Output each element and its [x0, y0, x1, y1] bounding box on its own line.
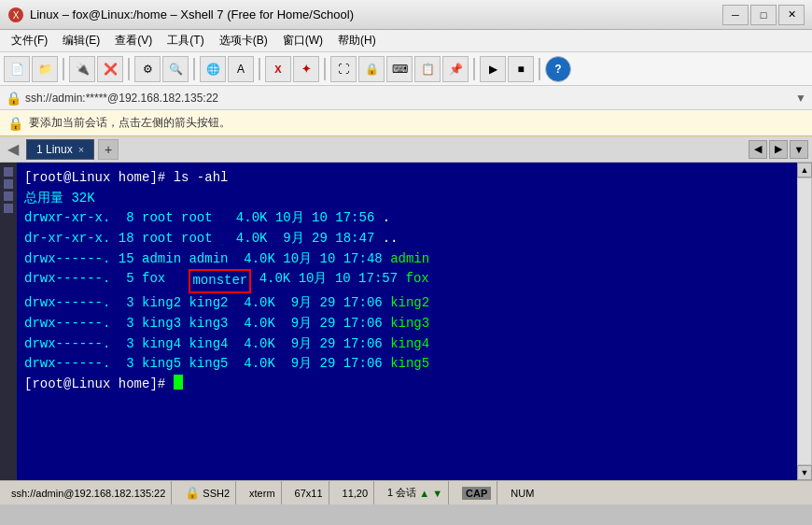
tb-script[interactable]: ✦	[293, 56, 319, 82]
group-monster: monster	[189, 269, 251, 293]
tb-open[interactable]: 📁	[32, 56, 58, 82]
tb-globe[interactable]: 🌐	[200, 56, 226, 82]
cursor	[174, 375, 183, 390]
scroll-up-arrow[interactable]: ▲	[797, 163, 812, 177]
tab-prev-arrow[interactable]: ◀	[749, 140, 767, 159]
sidebar-marker-4	[4, 204, 13, 213]
info-text: 要添加当前会话，点击左侧的箭头按钮。	[29, 115, 231, 131]
perm-7: drwx------.	[24, 293, 110, 314]
toolbar: 📄 📁 🔌 ❌ ⚙ 🔍 🌐 A X ✦ ⛶ 🔒 ⌨ 📋 📌 ▶ ■ ?	[0, 52, 812, 86]
minimize-button[interactable]: ─	[722, 5, 749, 25]
close-button[interactable]: ✕	[778, 5, 805, 25]
tb-keyboard[interactable]: ⌨	[386, 56, 413, 82]
left-sidebar	[0, 163, 17, 480]
perm-4: dr-xr-xr-x.	[24, 229, 110, 249]
tb-new[interactable]: 📄	[4, 56, 30, 82]
perm-9: drwx------.	[24, 334, 110, 355]
perm-10: drwx------.	[24, 354, 110, 375]
tab-linux[interactable]: 1 Linux ×	[26, 139, 94, 160]
tb-stop[interactable]: ■	[508, 56, 534, 82]
status-protocol-text: SSH2	[203, 488, 230, 499]
terminal-line-6: drwx------. 5 fox monster 4.0K 10月 10 17…	[24, 269, 790, 293]
scroll-down-arrow[interactable]: ▼	[797, 465, 812, 480]
tb-record[interactable]: ▶	[480, 56, 506, 82]
terminal-line-3: drwxr-xr-x. 8 root root 4.0K 10月 10 17:5…	[24, 208, 790, 229]
cap-text: CAP	[462, 487, 491, 500]
tb-lock[interactable]: 🔒	[358, 56, 385, 82]
address-text[interactable]: ssh://admin:*****@192.168.182.135:22	[25, 92, 795, 105]
tb-xftp[interactable]: X	[265, 56, 291, 82]
status-lock-icon: 🔒	[185, 486, 200, 500]
tb-settings[interactable]: ⚙	[134, 56, 161, 82]
terminal-line-total: 总用量 32K	[24, 189, 790, 209]
tab-close-icon[interactable]: ×	[78, 144, 84, 155]
menu-view[interactable]: 查看(V)	[107, 31, 160, 50]
tb-paste[interactable]: 📌	[442, 56, 469, 82]
cmd-ls: ls -ahl	[174, 168, 229, 189]
tb-copy[interactable]: 📋	[414, 56, 441, 82]
menu-bar: 文件(F) 编辑(E) 查看(V) 工具(T) 选项卡(B) 窗口(W) 帮助(…	[0, 30, 812, 52]
menu-file[interactable]: 文件(F)	[4, 31, 55, 50]
tb-sep3	[193, 58, 195, 80]
name-dot: .	[383, 208, 390, 229]
status-dimensions-text: 67x11	[295, 488, 323, 499]
status-sessions: 1 会话 ▲ ▼	[382, 481, 449, 504]
tb-sep1	[63, 58, 64, 80]
sidebar-marker-2	[4, 179, 13, 189]
terminal-line-4: dr-xr-xr-x. 18 root root 4.0K 9月 29 18:4…	[24, 229, 790, 249]
total-text: 总用量 32K	[24, 189, 95, 209]
status-num: NUM	[505, 481, 539, 504]
status-down-arrow: ▼	[432, 488, 442, 499]
status-address: ssh://admin@192.168.182.135:22	[6, 481, 172, 504]
terminal-line-10: drwx------. 3 king5 king5 4.0K 9月 29 17:…	[24, 354, 790, 375]
status-address-text: ssh://admin@192.168.182.135:22	[11, 488, 165, 499]
menu-options[interactable]: 选项卡(B)	[212, 31, 275, 50]
perm-5: drwx------.	[24, 249, 110, 270]
lock-icon: 🔒	[6, 91, 21, 106]
tb-sep5	[324, 58, 326, 80]
menu-edit[interactable]: 编辑(E)	[55, 31, 107, 50]
tb-zoom[interactable]: 🔍	[162, 56, 189, 82]
tab-menu-arrow[interactable]: ▼	[790, 140, 808, 159]
tab-bar: ◀ 1 Linux × + ◀ ▶ ▼	[0, 136, 812, 163]
address-dropdown-icon[interactable]: ▼	[795, 92, 806, 105]
maximize-button[interactable]: □	[750, 5, 777, 25]
window-title: Linux – fox@Linux:/home – Xshell 7 (Free…	[30, 7, 722, 21]
tab-next-arrow[interactable]: ▶	[769, 140, 788, 159]
terminal-line-8: drwx------. 3 king3 king3 4.0K 9月 29 17:…	[24, 314, 790, 334]
perm-6: drwx------.	[24, 269, 110, 293]
tb-font[interactable]: A	[228, 56, 254, 82]
tb-connect[interactable]: 🔌	[69, 56, 95, 82]
num-text: NUM	[511, 488, 534, 499]
tb-help[interactable]: ?	[545, 56, 571, 82]
prompt-1: [root@Linux home]#	[24, 168, 174, 189]
scroll-track[interactable]	[798, 178, 811, 464]
info-bar: 🔒 要添加当前会话，点击左侧的箭头按钮。	[0, 110, 812, 136]
tb-sep6	[473, 58, 475, 80]
tb-disconnect[interactable]: ❌	[97, 56, 123, 82]
terminal-line-1: [root@Linux home]# ls -ahl	[24, 168, 790, 189]
menu-help[interactable]: 帮助(H)	[330, 31, 384, 50]
status-cap: CAP	[456, 481, 497, 504]
tb-fullscreen[interactable]: ⛶	[330, 56, 357, 82]
status-position-text: 11,20	[343, 488, 369, 499]
terminal-line-9: drwx------. 3 king4 king4 4.0K 9月 29 17:…	[24, 334, 790, 355]
terminal-wrapper: [root@Linux home]# ls -ahl 总用量 32K drwxr…	[0, 163, 812, 480]
perm-8: drwx------.	[24, 314, 110, 334]
menu-window[interactable]: 窗口(W)	[275, 31, 330, 50]
prompt-final: [root@Linux home]#	[24, 375, 174, 395]
terminal-line-7: drwx------. 3 king2 king2 4.0K 9月 29 17:…	[24, 293, 790, 314]
menu-tools[interactable]: 工具(T)	[160, 31, 211, 50]
info-icon: 🔒	[7, 116, 23, 131]
name-admin: admin	[390, 249, 429, 270]
tb-sep2	[128, 58, 130, 80]
tab-nav-left-icon[interactable]: ◀	[4, 140, 22, 158]
status-position: 11,20	[337, 481, 375, 504]
tab-add-button[interactable]: +	[98, 139, 119, 160]
terminal[interactable]: [root@Linux home]# ls -ahl 总用量 32K drwxr…	[17, 163, 797, 480]
status-encoding-text: xterm	[249, 488, 275, 499]
perm-3: drwxr-xr-x.	[24, 208, 110, 229]
title-bar: X Linux – fox@Linux:/home – Xshell 7 (Fr…	[0, 0, 812, 30]
name-king4: king4	[390, 334, 429, 355]
scrollbar[interactable]: ▲ ▼	[797, 163, 812, 480]
